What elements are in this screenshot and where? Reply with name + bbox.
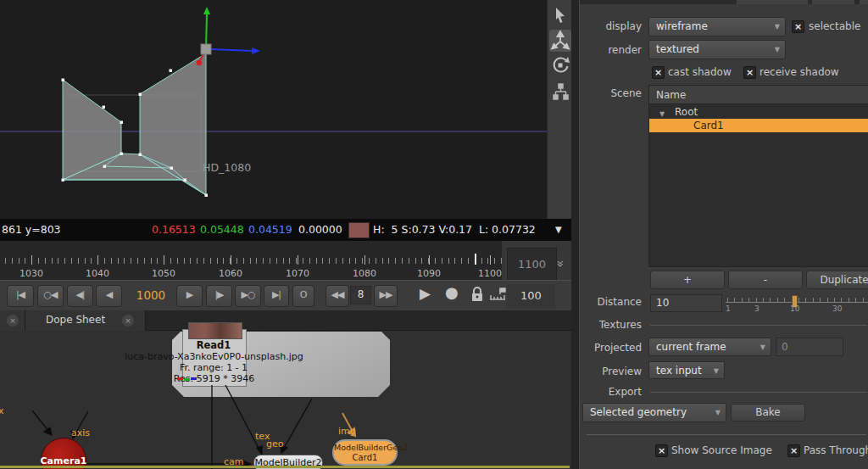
green-value: 0.05448 [200,219,244,241]
major-tick [97,255,98,265]
duplicate-button[interactable]: Duplicate [806,271,868,289]
input-label-img: img [338,426,356,437]
prev-keyframe-button[interactable]: ○◀ [37,285,64,307]
timeline-ruler[interactable]: 1030 1040 1050 1060 1070 1080 1090 1100 … [0,241,571,280]
range-end-marker[interactable] [475,254,476,265]
play-forward-button[interactable]: ▶ [176,285,203,307]
hierarchy-icon [550,81,570,103]
play-backward-button[interactable]: ◀ [96,285,122,307]
translate-tool-button[interactable] [549,30,571,52]
modelbuildergeo-node[interactable]: ModelBuilderGeo2 Card1 [332,439,398,466]
display-value: wireframe [656,20,708,32]
wireframe-geometry [63,53,206,195]
tree-row-card1-selected[interactable]: Card1 [649,119,868,132]
focus-border-line [0,466,570,468]
next-keyframe-button[interactable]: ▶○ [235,285,261,307]
lock-range-button[interactable] [470,286,484,303]
scene-tree-header[interactable]: Name [649,86,868,104]
slider-tick-label: 10 [790,304,799,313]
range-end-field[interactable]: 1100 [507,248,557,280]
remove-button[interactable]: - [728,271,803,289]
frame-increment-field[interactable]: 8 [350,286,371,304]
show-source-image-checkbox[interactable]: × [655,444,668,457]
node-graph-panel[interactable]: × Dope Sheet × Read1 luca-bravo-Xa3nkoEv… [0,310,571,469]
export-geometry-value: Selected geometry [590,406,687,418]
display-dropdown[interactable]: wireframe ▼ [648,17,786,36]
select-arrow-icon [550,5,570,25]
add-button[interactable]: + [650,271,725,289]
projected-frame-field[interactable]: 0 [776,338,843,356]
scene-graph-tool-button[interactable] [550,81,570,103]
pixel-info-bar: 861 y=803 0.16513 0.05448 0.04519 0.0000… [0,219,571,241]
frame-range-button[interactable] [489,287,506,302]
preview-dropdown[interactable]: tex input ▼ [648,361,725,379]
render-label: render [580,44,642,56]
current-frame-field[interactable]: 1000 [127,285,175,305]
projected-dropdown[interactable]: current frame ▼ [648,338,771,356]
export-divider [650,392,867,393]
lock-icon [470,286,484,303]
info-caret-icon[interactable]: ▼ [555,219,562,241]
ruler-label: 1100 [469,268,511,279]
section-divider [587,434,866,435]
major-tick [31,255,32,265]
flipbook-play-icon[interactable]: ▶ [420,285,431,302]
projected-label: Projected [580,342,642,354]
textures-divider [650,325,867,326]
select-tool-button[interactable] [550,5,570,25]
panel-splitter[interactable] [571,0,579,469]
increment-button[interactable]: ▶▶ [374,285,398,307]
bake-button[interactable]: Bake [731,404,805,422]
cast-shadow-checkbox[interactable]: × [652,66,665,79]
viewport-scene [0,0,547,219]
color-swatch [348,222,370,238]
slider-tick-label: 30 [832,304,842,313]
pixel-coords: 861 y=803 [2,219,61,241]
decrement-button[interactable]: ◀◀ [326,285,349,307]
panel-tab-remnant [860,0,868,4]
textures-group-label: Textures [580,319,642,331]
ruler-label: 1040 [76,268,119,279]
major-tick [164,255,164,265]
major-tick [231,255,231,265]
alpha-value: 0.00000 [298,219,342,241]
fps-field[interactable]: 100 [507,284,555,308]
hsvl-values: H: 5 S:0.73 V:0.17 L: 0.07732 [373,219,536,241]
render-value: textured [656,43,699,55]
receive-shadow-checkbox[interactable]: × [743,66,756,79]
collapse-chevron-icon[interactable]: » [553,260,568,267]
chevron-down-icon: ▼ [714,362,719,379]
record-icon[interactable]: ● [445,283,459,301]
receive-shadow-label: receive shadow [760,66,839,78]
step-back-button[interactable]: ◀| [67,285,93,307]
pass-through-label: Pass Through [804,444,868,456]
show-source-image-label: Show Source Image [671,444,772,456]
scene-tree[interactable]: Name ▼ Root Card1 [648,85,868,267]
cast-shadow-label: cast shadow [668,66,732,78]
distance-field[interactable]: 10 [650,294,722,312]
step-forward-button[interactable]: |▶ [206,285,232,307]
viewport-toolbar [547,0,571,219]
goto-start-button[interactable]: |◀ [7,285,34,307]
slider-ticks [727,298,868,302]
rotate-tool-button[interactable] [550,54,570,76]
ruler-label: 1050 [142,268,185,279]
3d-viewport[interactable]: HD_1080 [0,0,571,219]
pass-through-checkbox[interactable]: × [787,444,800,457]
rotate-icon [550,54,570,76]
preview-value: tex input [656,365,702,377]
loop-mode-button[interactable]: O [292,285,314,307]
render-dropdown[interactable]: textured ▼ [648,40,786,59]
chevron-down-icon: ▼ [715,404,721,422]
tree-root-label: Root [675,106,698,119]
distance-label: Distance [580,296,642,308]
goto-end-button[interactable]: ▶| [264,285,289,307]
export-geometry-dropdown[interactable]: Selected geometry ▼ [582,403,726,422]
input-label-axis: axis [71,427,90,438]
tree-row-root[interactable]: ▼ Root [649,106,868,119]
selectable-checkbox[interactable]: × [792,20,804,33]
geo-node-line1: ModelBuilderGeo2 [334,442,396,453]
properties-panel: display wireframe ▼ × selectable render … [579,0,868,469]
projected-value: current frame [656,341,726,353]
node-wires [0,310,571,469]
